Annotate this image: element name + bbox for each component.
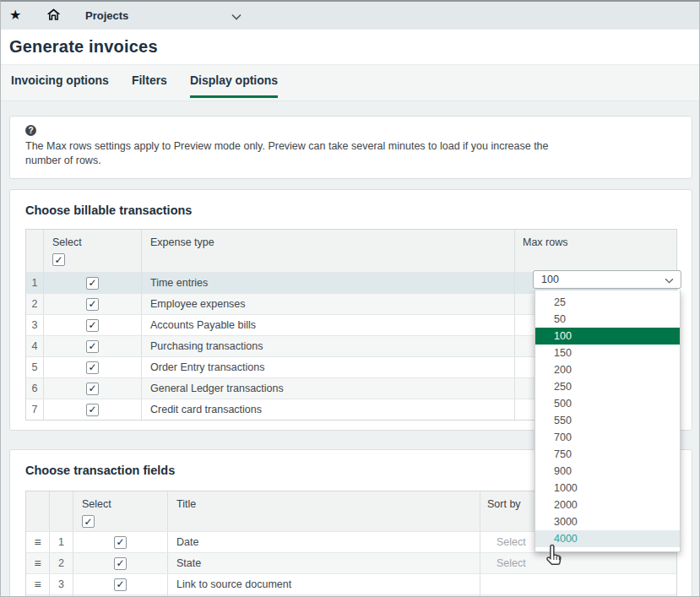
title-column-header: Title <box>168 491 480 531</box>
row-number: 5 <box>26 357 44 377</box>
help-icon[interactable]: ? <box>25 125 36 136</box>
expense-type-column-header: Expense type <box>142 230 515 272</box>
row-checkbox[interactable] <box>114 536 127 549</box>
top-navigation-bar: ★ Projects <box>1 2 699 30</box>
row-number-header <box>50 491 73 531</box>
row-number: 3 <box>50 574 73 594</box>
select-column-header: Select <box>52 236 82 248</box>
table-header-row: Select Expense type Max rows <box>26 230 676 272</box>
projects-menu-label: Projects <box>85 9 128 22</box>
dropdown-option[interactable]: 700 <box>535 429 680 446</box>
row-number: 1 <box>50 532 73 552</box>
row-number: 4 <box>26 336 44 356</box>
help-panel: ? The Max rows settings apply to Preview… <box>9 116 692 179</box>
sort-by-select-link[interactable]: Select <box>497 536 526 548</box>
row-checkbox[interactable] <box>114 557 127 570</box>
row-checkbox[interactable] <box>86 340 99 353</box>
chevron-down-icon <box>231 8 241 24</box>
row-number: 3 <box>26 315 44 335</box>
expense-type-cell: Time entries <box>142 273 515 293</box>
max-rows-column-header: Max rows <box>515 230 678 272</box>
row-checkbox[interactable] <box>86 361 99 374</box>
dropdown-option[interactable]: 550 <box>535 412 680 429</box>
dropdown-option[interactable]: 1000 <box>535 480 680 497</box>
drag-handle-icon[interactable]: ≡ <box>34 536 41 548</box>
page-header: Generate invoices <box>1 30 699 65</box>
sort-by-select-link[interactable]: Select <box>497 557 526 569</box>
favorite-star-icon[interactable]: ★ <box>9 8 21 22</box>
dropdown-option[interactable]: 2000 <box>535 497 680 513</box>
row-checkbox[interactable] <box>86 404 99 416</box>
page-title: Generate invoices <box>9 37 158 57</box>
row-checkbox[interactable] <box>86 319 99 332</box>
table-row[interactable]: ≡ 2 State Select <box>26 552 676 573</box>
max-rows-select[interactable]: 100 <box>533 270 681 289</box>
max-rows-select-value: 100 <box>541 274 559 285</box>
dropdown-option[interactable]: 250 <box>535 378 680 395</box>
dropdown-option-selected[interactable]: 100 <box>535 328 680 345</box>
fields-section-heading: Choose transaction fields <box>25 464 175 477</box>
expense-type-cell: Credit card transactions <box>142 399 515 420</box>
dropdown-option[interactable]: 900 <box>535 463 680 480</box>
chevron-down-icon <box>665 272 674 287</box>
select-all-checkbox[interactable] <box>82 515 95 528</box>
expense-type-cell: Purchasing transactions <box>142 336 515 356</box>
select-all-checkbox[interactable] <box>52 253 65 266</box>
tab-invoicing-options[interactable]: Invoicing options <box>11 65 109 98</box>
expense-type-cell: Accounts Payable bills <box>142 315 515 335</box>
dropdown-option[interactable]: 50 <box>535 311 680 328</box>
expense-type-cell: General Ledger transactions <box>142 378 515 399</box>
drag-handle-icon[interactable]: ≡ <box>34 578 41 590</box>
row-number: 2 <box>26 294 44 314</box>
projects-menu[interactable]: Projects <box>85 2 241 30</box>
dropdown-option[interactable]: 150 <box>535 345 680 361</box>
row-checkbox[interactable] <box>86 277 99 290</box>
row-checkbox[interactable] <box>114 578 127 591</box>
title-cell: Date <box>168 532 480 552</box>
expense-type-cell: Employee expenses <box>142 294 515 314</box>
drag-handle-icon[interactable]: ≡ <box>34 557 41 569</box>
expense-type-cell: Order Entry transactions <box>142 357 515 377</box>
tab-bar: Invoicing options Filters Display option… <box>1 65 699 101</box>
dropdown-option[interactable]: 3000 <box>535 513 680 530</box>
title-cell: State <box>168 553 480 573</box>
tab-filters[interactable]: Filters <box>132 65 167 98</box>
billable-section-heading: Choose billable transactions <box>25 204 192 217</box>
row-number: 7 <box>26 399 44 420</box>
app-window: ★ Projects Generate invoices Invoicing o… <box>0 0 700 597</box>
row-number: 1 <box>26 273 44 293</box>
help-message: The Max rows settings apply to Preview m… <box>25 139 566 168</box>
table-row[interactable]: ≡ 3 Link to source document <box>26 573 676 594</box>
row-checkbox[interactable] <box>86 298 99 311</box>
row-number: 2 <box>50 553 73 573</box>
row-number-header <box>26 230 44 272</box>
home-icon[interactable] <box>46 7 62 24</box>
dropdown-option[interactable]: 25 <box>535 294 680 311</box>
dropdown-option[interactable]: 750 <box>535 446 680 463</box>
dropdown-option[interactable]: 500 <box>535 395 680 412</box>
tab-display-options[interactable]: Display options <box>190 65 278 98</box>
dropdown-option[interactable]: 200 <box>535 361 680 378</box>
row-number: 6 <box>26 378 44 399</box>
dropdown-option-hovered[interactable]: 4000 <box>535 530 680 547</box>
row-checkbox[interactable] <box>86 383 99 395</box>
select-column-header: Select <box>82 498 111 510</box>
drag-column-header <box>26 491 50 531</box>
max-rows-dropdown-list: 25 50 100 150 200 250 500 550 700 750 90… <box>534 290 681 552</box>
title-cell: Link to source document <box>168 574 480 594</box>
